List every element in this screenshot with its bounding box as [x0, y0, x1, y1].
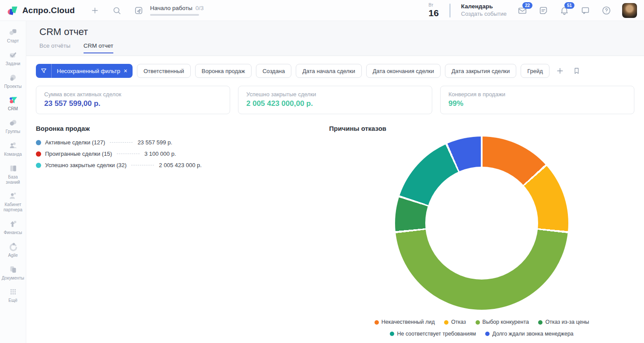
bell-icon[interactable]: 51	[559, 5, 570, 16]
funnel-icon	[36, 64, 52, 78]
team-icon	[1, 141, 25, 150]
stat-cards: Сумма всех активных сделок 23 557 599,00…	[36, 86, 634, 114]
aspro-logo-icon	[7, 5, 18, 16]
donut-legend-item: Отказ	[444, 317, 466, 328]
donut-legend-item: Не соответствует требованиям	[390, 329, 476, 340]
sidebar-item-crm[interactable]: CRM	[0, 92, 26, 115]
note-icon[interactable]	[538, 5, 549, 16]
legend-item-lost-deals: Проигранные сделки (15) 3 100 000 р.	[36, 150, 329, 157]
tab-crm-report[interactable]: CRM отчет	[84, 42, 113, 53]
add-filter-icon[interactable]	[554, 65, 566, 77]
finance-icon	[1, 219, 25, 229]
calendar-create-event: Создать событие	[461, 10, 507, 18]
help-icon[interactable]	[601, 5, 612, 16]
onboarding-label: Начало работы	[150, 5, 192, 11]
refusal-reasons-title: Причины отказов	[329, 125, 634, 132]
dotted-leader	[131, 165, 154, 165]
legend-item-active-deals: Активные сделки (127) 23 557 599 р.	[36, 139, 329, 146]
mail-icon[interactable]: 22	[517, 5, 528, 16]
unsaved-filter-chip[interactable]: Несохраненный фильтр ×	[36, 64, 133, 78]
sidebar-item-knowledge-base[interactable]: База знаний	[0, 161, 26, 189]
chat-icon[interactable]	[580, 5, 591, 16]
filter-chip-deal-end-date[interactable]: Дата окончания сделки	[366, 64, 441, 78]
filter-chip-responsible[interactable]: Ответственный	[137, 64, 191, 78]
user-avatar[interactable]	[622, 3, 637, 18]
donut-chart[interactable]	[395, 136, 568, 310]
filter-chip-deal-close-date[interactable]: Дата закрытия сделки	[445, 64, 516, 78]
search-icon[interactable]	[112, 5, 122, 16]
stat-card-active-deals-sum: Сумма всех активных сделок 23 557 599,00…	[36, 86, 230, 114]
agile-icon	[1, 242, 25, 252]
sidebar-item-documents[interactable]: Документы	[0, 262, 26, 284]
groups-icon	[1, 118, 25, 128]
onboarding-progress-bar	[150, 14, 199, 16]
stat-card-closed-deals-sum: Успешно закрытые сделки 2 005 423 000,00…	[238, 86, 432, 114]
calendar-title: Календарь	[461, 3, 507, 10]
filter-chip-created[interactable]: Создана	[256, 64, 291, 78]
sales-funnel-title: Воронка продаж	[36, 125, 329, 132]
knowledge-base-icon	[1, 164, 25, 173]
partner-cabinet-icon	[1, 191, 25, 201]
tasks-icon	[1, 50, 25, 60]
projects-icon	[1, 73, 25, 83]
dotted-leader	[117, 154, 140, 154]
page-title: CRM отчет	[39, 26, 644, 38]
report-content: Несохраненный фильтр × Ответственный Вор…	[26, 56, 644, 343]
sidebar-item-finance[interactable]: Финансы	[0, 216, 26, 239]
start-icon	[1, 28, 25, 37]
sidebar-item-team[interactable]: Команда	[0, 138, 26, 161]
onboarding-count: 0/3	[196, 5, 204, 11]
sidebar-item-groups[interactable]: Группы	[0, 115, 26, 138]
date-widget[interactable]: Вт 16	[429, 3, 439, 18]
donut-legend-item: Долго ждали звонка менеджера	[485, 329, 574, 340]
sales-funnel-legend: Активные сделки (127) 23 557 599 р. Прои…	[36, 139, 329, 168]
brand-name: Аспро.Cloud	[22, 6, 75, 15]
onboarding-progress[interactable]: Начало работы 0/3	[150, 5, 203, 16]
legend-item-won-deals: Успешно закрытые сделки (32) 2 005 423 0…	[36, 162, 329, 168]
sidebar-item-projects[interactable]: Проекты	[0, 70, 26, 93]
calendar-widget[interactable]: Календарь Создать событие	[461, 3, 507, 18]
refusal-reasons-widget: Причины отказов Некачественный лид Отказ…	[329, 125, 634, 340]
create-plus-button[interactable]	[90, 5, 100, 16]
documents-icon	[1, 265, 25, 274]
legend-dot	[36, 140, 41, 145]
crm-funnel-icon	[1, 95, 25, 105]
donut-legend-item: Выбор конкурента	[476, 317, 529, 328]
donut-hole	[425, 167, 538, 280]
app-logo[interactable]: Аспро.Cloud	[7, 5, 75, 16]
donut-legend-item: Некачественный лид	[374, 317, 435, 328]
bookmark-icon[interactable]	[570, 65, 583, 77]
top-header: Аспро.Cloud Начало работы 0/3 Вт 16 Кале…	[0, 0, 644, 21]
launch-icon[interactable]	[133, 5, 144, 16]
day-number: 16	[429, 8, 439, 18]
header-divider	[449, 4, 451, 18]
donut-legend: Некачественный лид Отказ Выбор конкурент…	[359, 317, 604, 340]
more-grid-icon	[1, 287, 25, 297]
filter-chip-sales-funnel[interactable]: Воронка продаж	[195, 64, 252, 78]
tab-all-reports[interactable]: Все отчёты	[39, 42, 70, 53]
dotted-leader	[110, 142, 133, 143]
legend-dot	[36, 151, 41, 157]
sales-funnel-widget: Воронка продаж Активные сделки (127) 23 …	[36, 125, 329, 340]
filter-chip-deal-start-date[interactable]: Дата начала сделки	[296, 64, 361, 78]
clear-filter-icon[interactable]: ×	[123, 67, 133, 74]
report-tabs: Все отчёты CRM отчет	[39, 42, 644, 53]
filter-bar: Несохраненный фильтр × Ответственный Вор…	[36, 64, 634, 78]
notifications-badge: 51	[564, 2, 574, 9]
donut-legend-item: Отказ из-за цены	[538, 317, 589, 328]
mail-badge: 22	[522, 2, 532, 9]
legend-dot	[36, 163, 41, 168]
page-header: CRM отчет Все отчёты CRM отчет	[26, 21, 644, 56]
sidebar-item-partner-cabinet[interactable]: Кабинет партнера	[0, 188, 26, 216]
sidebar-nav: Старт Задачи Проекты CRM Группы Команда …	[0, 21, 26, 343]
sidebar-item-tasks[interactable]: Задачи	[0, 47, 26, 70]
stat-card-conversion: Конверсия в продажи 99%	[440, 86, 634, 114]
sidebar-item-more[interactable]: Ещё	[0, 284, 26, 307]
sidebar-item-agile[interactable]: Agile	[0, 239, 26, 262]
weekday-label: Вт	[429, 3, 439, 7]
filter-chip-grade[interactable]: Грейд	[521, 64, 550, 78]
sidebar-item-start[interactable]: Старт	[0, 24, 26, 47]
